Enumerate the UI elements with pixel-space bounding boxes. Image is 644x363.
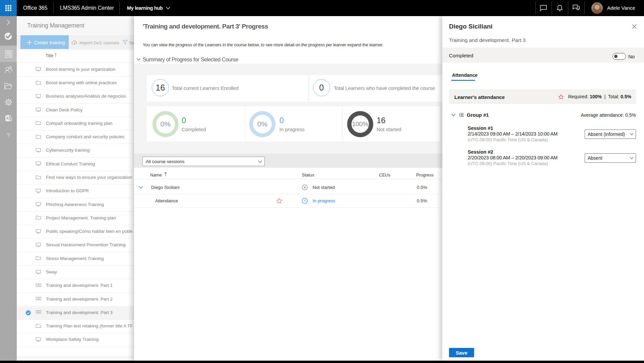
svg-text:A: A — [6, 116, 9, 120]
